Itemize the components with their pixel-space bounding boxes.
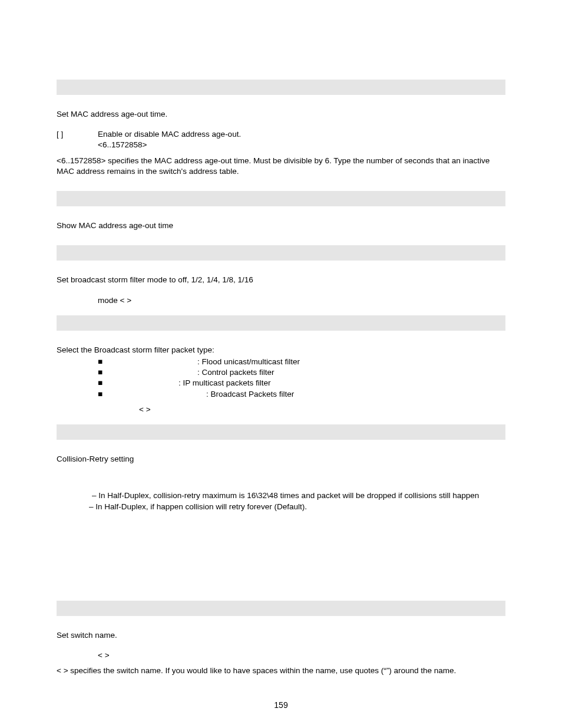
list-item-text: : Flood unicast/multicast filter <box>197 357 300 366</box>
section-bar <box>57 191 505 206</box>
list-item: ■: Flood unicast/multicast filter <box>98 357 505 367</box>
square-bullet-icon: ■ <box>98 357 103 367</box>
page: Set MAC address age-out time. [ ]Enable … <box>0 0 562 728</box>
body-text: Set MAC address age-out time. <box>57 109 505 120</box>
body-text: Show MAC address age-out time <box>57 220 505 231</box>
list-item-text: : IP multicast packets filter <box>178 378 271 387</box>
param-block: [ ]Enable or disable MAC address age-out… <box>57 129 505 150</box>
body-text: Collision-Retry setting <box>57 454 505 465</box>
param-line: [ ]Enable or disable MAC address age-out… <box>98 129 505 140</box>
section-bar <box>57 315 505 331</box>
param-line: < > <box>57 650 505 661</box>
list-item: ■: IP multicast packets filter <box>98 378 505 388</box>
param-bracket: [ ] <box>57 129 98 140</box>
list-item: ■: Broadcast Packets filter <box>98 389 505 400</box>
list-item-text: : Broadcast Packets filter <box>206 390 294 398</box>
list-item: ■: Control packets filter <box>98 367 505 378</box>
square-bullet-icon: ■ <box>98 367 103 378</box>
body-text: < > specifies the switch name. If you wo… <box>57 666 505 676</box>
param-line: <6..1572858> <box>98 140 505 150</box>
option-line: – In Half-Duplex, collision-retry maximu… <box>57 490 505 501</box>
param-line: mode < > <box>57 295 505 306</box>
list-item-text: : Control packets filter <box>197 368 275 377</box>
square-bullet-icon: ■ <box>98 389 103 400</box>
section-bar <box>57 424 505 440</box>
body-text: Set switch name. <box>57 630 505 641</box>
section-bar <box>57 80 505 95</box>
section-bar <box>57 601 505 616</box>
page-number: 159 <box>57 700 505 711</box>
option-line: – In Half-Duplex, if happen collision wi… <box>57 502 505 512</box>
body-text: Select the Broadcast storm filter packet… <box>57 345 505 355</box>
square-bullet-icon: ■ <box>98 378 103 388</box>
bullet-list: ■: Flood unicast/multicast filter ■: Con… <box>57 357 505 400</box>
param-line: < > <box>57 404 505 415</box>
section-bar <box>57 245 505 261</box>
param-desc: Enable or disable MAC address age-out. <box>98 130 241 139</box>
body-text: <6..1572858> specifies the MAC address a… <box>57 156 505 177</box>
body-text: Set broadcast storm filter mode to off, … <box>57 275 505 285</box>
